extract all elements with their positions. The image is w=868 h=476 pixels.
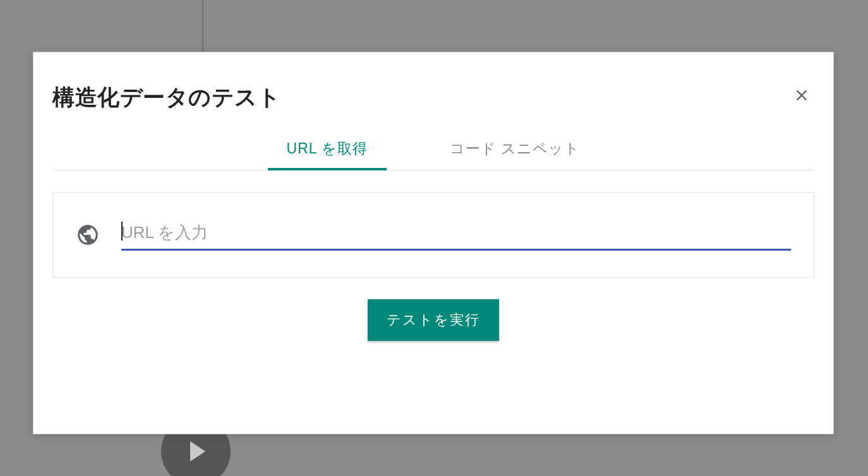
modal-header: 構造化データのテスト	[52, 83, 814, 130]
tab-fetch-url[interactable]: URL を取得	[268, 130, 387, 170]
url-input[interactable]	[121, 219, 791, 251]
close-icon	[793, 86, 811, 104]
close-button[interactable]	[789, 83, 814, 108]
tab-code-snippet[interactable]: コード スニペット	[431, 130, 599, 170]
url-input-container	[52, 192, 814, 278]
play-icon	[190, 441, 205, 461]
text-caret	[121, 222, 123, 241]
globe-icon	[76, 223, 100, 247]
submit-row: テストを実行	[52, 299, 814, 341]
modal-title: 構造化データのテスト	[52, 83, 280, 112]
tab-bar: URL を取得 コード スニペット	[52, 130, 814, 170]
url-input-wrapper	[121, 219, 791, 251]
structured-data-test-modal: 構造化データのテスト URL を取得 コード スニペット テストを実行	[33, 52, 834, 434]
run-test-button[interactable]: テストを実行	[368, 299, 499, 341]
